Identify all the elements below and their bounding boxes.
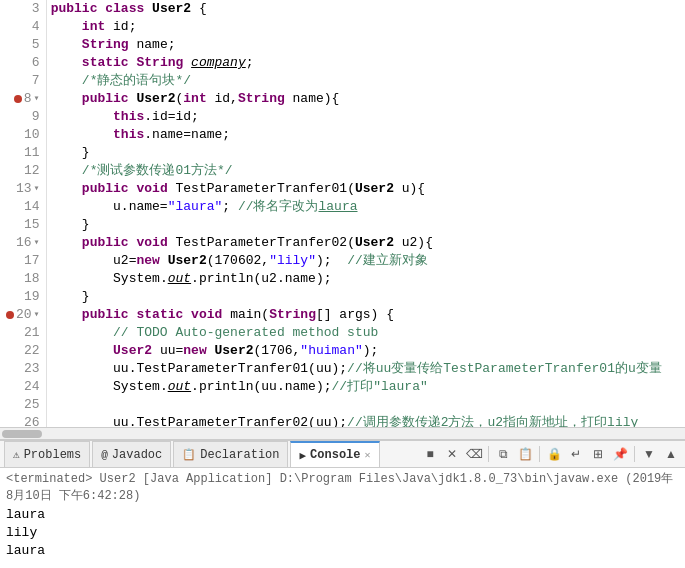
code-line-16: public void TestParameterTranfer02(User2… <box>51 234 681 252</box>
console-line-1: laura <box>6 506 679 524</box>
code-editor: 3 4 5 6 7 8▾ 9 10 11 12 13▾ 14 15 16▾ 17… <box>0 0 685 440</box>
toolbar-minimize-btn[interactable]: ▼ <box>639 444 659 464</box>
tab-javadoc[interactable]: @ Javadoc <box>92 441 171 467</box>
code-line-9: this.id=id; <box>51 108 681 126</box>
toolbar-pin-btn[interactable]: 📌 <box>610 444 630 464</box>
code-line-17: u2=new User2(170602,"lily"); //建立新对象 <box>51 252 681 270</box>
toolbar-separator-2 <box>539 446 540 462</box>
code-scroll: 3 4 5 6 7 8▾ 9 10 11 12 13▾ 14 15 16▾ 17… <box>0 0 685 427</box>
code-line-21: // TODO Auto-generated method stub <box>51 324 681 342</box>
declaration-icon: 📋 <box>182 448 196 461</box>
toolbar-clear-btn[interactable]: ⌫ <box>464 444 484 464</box>
code-line-26: uu.TestParameterTranfer02(uu);//调用参数传递2方… <box>51 414 681 427</box>
javadoc-icon: @ <box>101 449 108 461</box>
tab-toolbar: ■ ✕ ⌫ ⧉ 📋 🔒 ↵ ⊞ 📌 ▼ ▲ <box>420 444 681 464</box>
console-line-3: laura <box>6 542 679 560</box>
toolbar-new-console-btn[interactable]: ⊞ <box>588 444 608 464</box>
code-line-11: } <box>51 144 681 162</box>
toolbar-copy-btn[interactable]: ⧉ <box>493 444 513 464</box>
tab-javadoc-label: Javadoc <box>112 448 162 462</box>
code-line-4: int id; <box>51 18 681 36</box>
code-content[interactable]: public class User2 { int id; String name… <box>47 0 685 427</box>
code-line-13: public void TestParameterTranfer01(User2… <box>51 180 681 198</box>
code-line-7: /*静态的语句块*/ <box>51 72 681 90</box>
console-line-2: lily <box>6 524 679 542</box>
scrollbar-thumb[interactable] <box>2 430 42 438</box>
code-line-23: uu.TestParameterTranfer01(uu);//将uu变量传给T… <box>51 360 681 378</box>
tab-console[interactable]: ▶ Console ✕ <box>290 441 379 467</box>
tab-console-label: Console <box>310 448 360 462</box>
console-area: <terminated> User2 [Java Application] D:… <box>0 468 685 568</box>
code-line-19: } <box>51 288 681 306</box>
console-close-icon[interactable]: ✕ <box>365 449 371 461</box>
console-output: laura lily laura <box>6 506 679 560</box>
toolbar-maximize-btn[interactable]: ▲ <box>661 444 681 464</box>
toolbar-separator-3 <box>634 446 635 462</box>
code-line-25 <box>51 396 681 414</box>
code-line-6: static String company; <box>51 54 681 72</box>
code-line-18: System.out.println(u2.name); <box>51 270 681 288</box>
console-status: <terminated> User2 [Java Application] D:… <box>6 470 679 504</box>
tab-declaration-label: Declaration <box>200 448 279 462</box>
toolbar-remove-btn[interactable]: ✕ <box>442 444 462 464</box>
tab-declaration[interactable]: 📋 Declaration <box>173 441 288 467</box>
code-line-5: String name; <box>51 36 681 54</box>
code-line-20: public static void main(String[] args) { <box>51 306 681 324</box>
toolbar-terminate-btn[interactable]: ■ <box>420 444 440 464</box>
problems-icon: ⚠ <box>13 448 20 461</box>
code-line-10: this.name=name; <box>51 126 681 144</box>
toolbar-paste-btn[interactable]: 📋 <box>515 444 535 464</box>
toolbar-separator-1 <box>488 446 489 462</box>
code-line-15: } <box>51 216 681 234</box>
code-line-24: System.out.println(uu.name);//打印"laura" <box>51 378 681 396</box>
code-line-14: u.name="laura"; //将名字改为laura <box>51 198 681 216</box>
console-icon: ▶ <box>299 449 306 462</box>
tab-problems[interactable]: ⚠ Problems <box>4 441 90 467</box>
code-line-22: User2 uu=new User2(1706,"huiman"); <box>51 342 681 360</box>
toolbar-word-wrap-btn[interactable]: ↵ <box>566 444 586 464</box>
horizontal-scrollbar[interactable] <box>0 427 685 439</box>
code-line-3: public class User2 { <box>51 0 681 18</box>
line-numbers: 3 4 5 6 7 8▾ 9 10 11 12 13▾ 14 15 16▾ 17… <box>0 0 47 427</box>
code-line-8: public User2(int id,String name){ <box>51 90 681 108</box>
toolbar-scroll-lock-btn[interactable]: 🔒 <box>544 444 564 464</box>
code-line-12: /*测试参数传递01方法*/ <box>51 162 681 180</box>
tab-problems-label: Problems <box>24 448 82 462</box>
bottom-tabs-bar: ⚠ Problems @ Javadoc 📋 Declaration ▶ Con… <box>0 440 685 468</box>
